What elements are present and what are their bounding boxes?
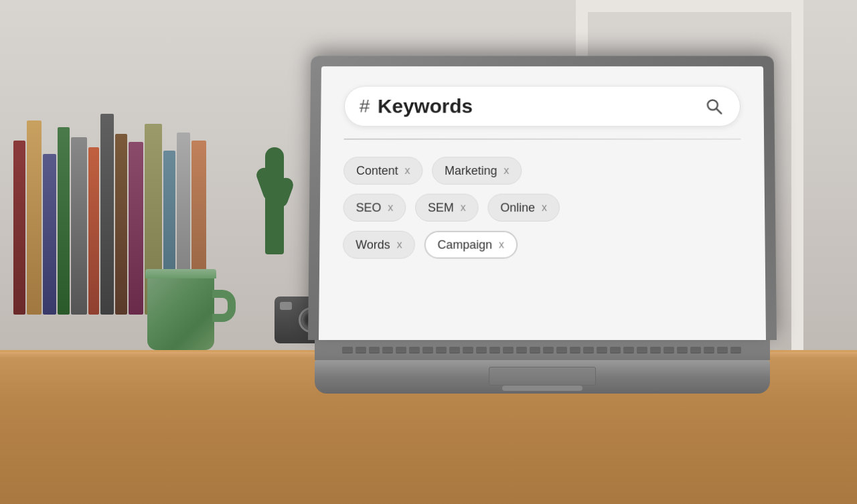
key <box>356 347 366 353</box>
book-1 <box>13 141 25 315</box>
key <box>637 347 647 353</box>
mug-rim <box>145 269 216 278</box>
key <box>396 347 406 353</box>
scene: # Keywords <box>0 0 857 504</box>
key <box>530 347 540 353</box>
key <box>422 347 433 353</box>
key <box>650 347 661 353</box>
key <box>717 347 728 353</box>
tag-content[interactable]: Content x <box>343 157 422 184</box>
tag-marketing-close[interactable]: x <box>503 165 509 177</box>
laptop-touchpad[interactable] <box>489 367 596 386</box>
search-icon[interactable] <box>702 95 725 117</box>
key <box>476 347 487 353</box>
keyboard-keys <box>339 344 745 356</box>
tag-seo-close[interactable]: x <box>388 201 393 214</box>
tag-online[interactable]: Online x <box>487 194 559 222</box>
book-6 <box>88 147 99 315</box>
camera-flash <box>280 302 292 310</box>
tag-online-close[interactable]: x <box>542 201 547 214</box>
tag-words-label: Words <box>356 238 390 252</box>
key <box>690 347 701 353</box>
key <box>516 347 527 353</box>
key <box>556 347 567 353</box>
key <box>543 347 554 353</box>
book-8 <box>115 134 127 315</box>
tag-marketing-label: Marketing <box>445 164 497 178</box>
key <box>463 347 473 353</box>
book-7 <box>100 114 114 315</box>
screen-content: # Keywords <box>319 66 766 340</box>
tag-words-close[interactable]: x <box>397 239 402 251</box>
tag-campaign-label: Campaign <box>437 238 492 252</box>
tag-words[interactable]: Words x <box>343 231 415 259</box>
tag-marketing[interactable]: Marketing x <box>432 157 522 184</box>
tag-online-label: Online <box>500 201 535 215</box>
book-9 <box>129 142 143 315</box>
laptop-base <box>315 360 770 394</box>
screen-divider <box>344 139 741 140</box>
tag-sem-close[interactable]: x <box>461 201 466 214</box>
key <box>623 347 634 353</box>
cactus <box>254 107 295 254</box>
laptop-screen-inner: # Keywords <box>319 66 766 340</box>
key <box>436 347 447 353</box>
svg-line-1 <box>716 108 721 113</box>
book-5 <box>71 137 87 315</box>
book-3 <box>43 154 56 315</box>
book-2 <box>27 120 42 315</box>
key <box>382 347 393 353</box>
laptop-screen-outer: # Keywords <box>308 56 777 340</box>
tags-row-2: SEO x SEM x Online x <box>343 194 742 222</box>
key <box>664 347 674 353</box>
key <box>489 347 500 353</box>
key <box>610 347 621 353</box>
tag-seo[interactable]: SEO x <box>343 194 406 222</box>
search-bar[interactable]: # Keywords <box>344 86 741 127</box>
key <box>677 347 688 353</box>
key <box>583 347 594 353</box>
tag-content-label: Content <box>356 164 398 178</box>
key <box>369 347 380 353</box>
book-4 <box>58 127 70 315</box>
tag-content-close[interactable]: x <box>405 165 410 177</box>
laptop-keyboard <box>315 340 770 360</box>
laptop: # Keywords <box>308 52 777 394</box>
key <box>730 347 741 353</box>
mug-body <box>147 273 214 350</box>
tags-row-1: Content x Marketing x <box>343 157 741 184</box>
tags-row-3: Words x Campaign x <box>343 231 742 259</box>
key <box>597 347 607 353</box>
key <box>449 347 460 353</box>
key <box>503 347 514 353</box>
tag-campaign-close[interactable]: x <box>499 239 504 251</box>
tag-sem-label: SEM <box>428 201 454 215</box>
hash-symbol: # <box>360 97 370 115</box>
tag-seo-label: SEO <box>356 201 382 215</box>
key <box>704 347 714 353</box>
cactus-body <box>265 147 284 254</box>
search-text: Keywords <box>378 95 703 117</box>
key <box>342 347 353 353</box>
mug <box>147 273 214 350</box>
key <box>409 347 420 353</box>
tags-area: Content x Marketing x SEO <box>343 151 742 264</box>
tag-sem[interactable]: SEM x <box>415 194 479 222</box>
tag-campaign[interactable]: Campaign x <box>424 231 518 259</box>
mug-handle <box>212 290 236 322</box>
key <box>570 347 580 353</box>
